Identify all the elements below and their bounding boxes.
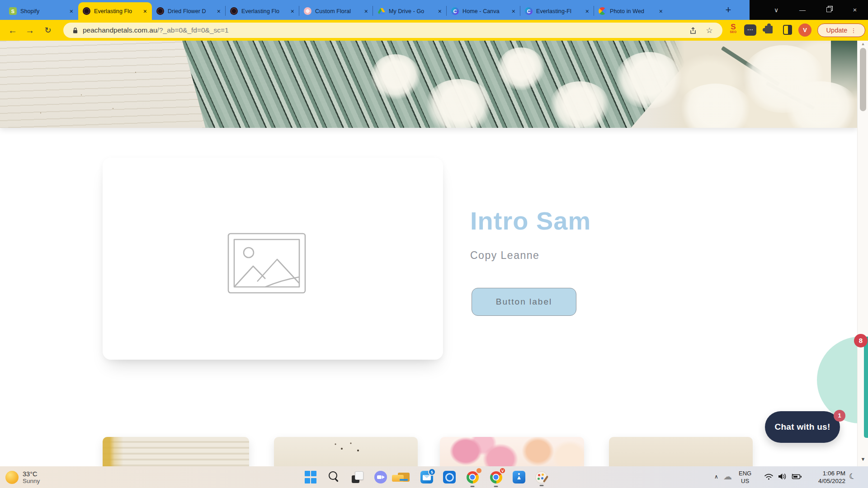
section-heading: Intro Sam (470, 206, 591, 235)
cortana-icon[interactable] (443, 471, 456, 483)
chrome-profile-badge: V (499, 467, 506, 474)
window-menu-chevron-icon[interactable]: ∨ (766, 0, 787, 20)
canva-icon: C (525, 7, 533, 15)
google-drive-icon (377, 7, 385, 15)
tab-title: Custom Floral (315, 8, 363, 14)
tab-title: My Drive - Go (389, 8, 437, 14)
close-tab-icon[interactable]: × (142, 8, 148, 15)
tab-canva-everlasting[interactable]: C Everlasting-Fl × (520, 2, 594, 20)
tab-title: Everlasting-Fl (536, 8, 584, 14)
product-card-image[interactable] (609, 437, 753, 466)
tab-strip: S Shopify × Everlasting Flo × Dried Flow… (0, 0, 868, 20)
section-button[interactable]: Button label (472, 288, 576, 316)
browser-toolbar: ← → ↻ peachandpetals.com.au/?_ab=0&_fd=0… (0, 20, 868, 41)
teams-chat-icon[interactable] (374, 471, 387, 483)
weather-condition: Sunny (23, 478, 40, 484)
back-icon[interactable]: ← (5, 23, 20, 37)
volume-icon[interactable] (778, 473, 787, 480)
taskbar: 33°C Sunny 5 V ▲ ∧ ☁ (0, 466, 868, 488)
task-view-icon[interactable] (351, 470, 364, 484)
tray-date: 4/05/2022 (807, 477, 845, 485)
tab-custom-floral[interactable]: Custom Floral × (299, 2, 373, 20)
wifi-icon[interactable] (764, 473, 774, 480)
tab-canva-home[interactable]: C Home - Canva × (447, 2, 520, 20)
file-explorer-icon[interactable] (397, 470, 410, 484)
tab-title: Everlasting Flo (241, 8, 289, 14)
new-tab-button[interactable]: + (722, 4, 735, 17)
tab-dried-flower[interactable]: Dried Flower D × (152, 2, 226, 20)
close-tab-icon[interactable]: × (216, 8, 222, 15)
minimize-icon[interactable]: — (792, 0, 813, 20)
canva-icon: C (451, 7, 459, 15)
peach-petals-icon (230, 7, 238, 15)
weather-widget[interactable]: 33°C Sunny (5, 469, 40, 486)
peach-petals-icon (156, 7, 164, 15)
close-tab-icon[interactable]: × (68, 8, 75, 15)
paint-icon[interactable] (535, 471, 547, 483)
shopify-icon: S (9, 7, 17, 15)
share-icon[interactable] (689, 27, 703, 34)
product-card-image[interactable] (274, 437, 418, 466)
scroll-down-icon[interactable]: ▼ (858, 456, 868, 462)
notification-badge: 8 (854, 334, 868, 347)
bookmark-star-icon[interactable]: ☆ (703, 26, 716, 35)
forward-icon[interactable]: → (23, 23, 37, 37)
scroll-up-icon[interactable]: ▲ (858, 42, 868, 46)
floral-icon (304, 7, 311, 15)
lock-icon (72, 27, 78, 34)
tab-google-photos[interactable]: Photo in Wed × (594, 2, 668, 20)
close-tab-icon[interactable]: × (437, 8, 443, 15)
close-window-icon[interactable]: × (844, 0, 865, 20)
dandelion-puff (549, 81, 610, 128)
tab-shopify[interactable]: S Shopify × (5, 2, 78, 20)
chrome-profile-v-icon[interactable]: V (489, 470, 503, 484)
side-panel-icon[interactable] (783, 25, 792, 35)
start-icon[interactable] (304, 470, 317, 484)
focus-assist-moon-icon[interactable]: ☾ (848, 471, 857, 482)
tab-everlasting-active[interactable]: Everlasting Flo × (78, 2, 152, 20)
restore-icon[interactable] (818, 0, 839, 20)
url-text: peachandpetals.com.au/?_ab=0&_fd=0&_sc=1 (83, 26, 229, 34)
close-tab-icon[interactable]: × (363, 8, 369, 15)
kebab-menu-icon: ⋮ (850, 27, 856, 34)
close-tab-icon[interactable]: × (658, 8, 664, 15)
close-tab-icon[interactable]: × (289, 8, 296, 15)
extension-dots-icon[interactable]: ⋯ (744, 24, 756, 36)
photos-app-icon[interactable]: ▲ (513, 471, 525, 483)
tray-time: 1:06 PM (807, 469, 845, 477)
screen: S Shopify × Everlasting Flo × Dried Flow… (0, 0, 868, 488)
tab-title: Photo in Wed (610, 8, 658, 14)
scrollbar-thumb[interactable] (860, 48, 866, 111)
image-placeholder-icon (227, 233, 306, 294)
tab-everlasting-2[interactable]: Everlasting Flo × (226, 2, 299, 20)
product-card-image[interactable] (440, 437, 584, 466)
reload-icon[interactable]: ↻ (41, 23, 55, 37)
update-button[interactable]: Update ⋮ (817, 23, 865, 37)
battery-charging-icon[interactable] (791, 474, 802, 480)
close-tab-icon[interactable]: × (510, 8, 517, 15)
profile-avatar[interactable]: V (798, 23, 811, 37)
address-bar[interactable]: peachandpetals.com.au/?_ab=0&_fd=0&_sc=1… (63, 23, 722, 38)
mail-icon[interactable]: 5 (420, 471, 433, 483)
chrome-icon[interactable] (466, 470, 479, 484)
chat-button[interactable]: Chat with us! (765, 411, 840, 443)
chrome-profile-badge (476, 467, 482, 474)
tray-expand-icon[interactable]: ∧ (714, 474, 718, 480)
dandelion-puff (371, 54, 420, 99)
clock-widget[interactable]: 1:06 PM 4/05/2022 (807, 469, 845, 485)
close-tab-icon[interactable]: × (584, 8, 590, 15)
taskbar-icons: 5 V ▲ (304, 469, 547, 485)
extensions-puzzle-icon[interactable] (765, 26, 773, 33)
seo-extension-icon[interactable]: SSEO (727, 23, 740, 34)
product-card-image[interactable] (103, 437, 249, 466)
chat-unread-badge: 1 (834, 410, 845, 422)
page-viewport: Intro Sam Copy Leanne Button label Chat … (0, 41, 857, 466)
weather-temp: 33°C (23, 470, 40, 478)
dandelion-puff (425, 79, 493, 128)
onedrive-cloud-icon[interactable]: ☁ (723, 471, 732, 482)
search-icon[interactable] (327, 470, 341, 484)
tab-title: Home - Canva (462, 8, 510, 14)
hero-image (0, 41, 857, 128)
language-indicator[interactable]: ENG US (739, 469, 751, 485)
tab-my-drive[interactable]: My Drive - Go × (373, 2, 447, 20)
